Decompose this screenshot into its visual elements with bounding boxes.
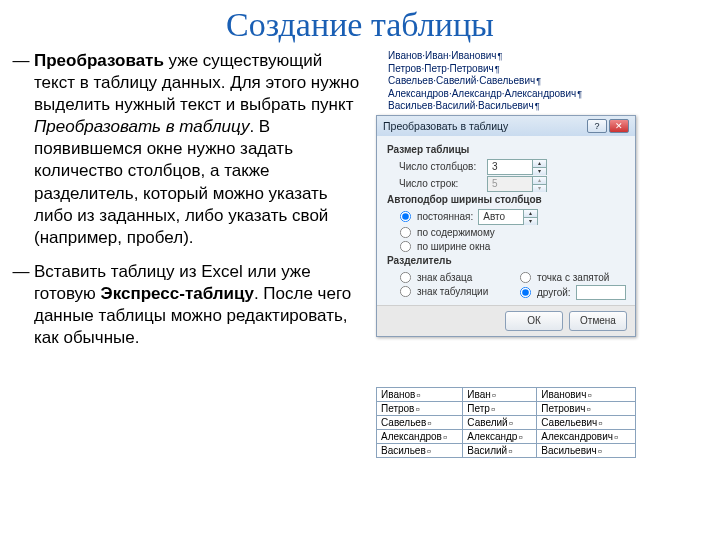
table-row: ВасильевВасилийВасильевич	[377, 443, 636, 457]
cancel-button[interactable]: Отмена	[569, 311, 627, 331]
rows-input: 5 ▴▾	[487, 176, 547, 192]
radio-window[interactable]: по ширине окна	[387, 240, 627, 253]
cols-label: Число столбцов:	[387, 161, 487, 172]
bullet-2: Вставить таблицу из Excel или уже готову…	[34, 261, 366, 349]
separator-group-label: Разделитель	[387, 255, 627, 266]
radio-window-input[interactable]	[400, 240, 411, 251]
spinner-icon[interactable]: ▴▾	[523, 210, 537, 224]
radio-semicolon-input[interactable]	[520, 271, 531, 282]
result-table: ИвановИванИванович ПетровПетрПетрович Са…	[376, 387, 636, 458]
fixed-width-input[interactable]: Авто ▴▾	[478, 209, 538, 225]
table-row: ИвановИванИванович	[377, 387, 636, 401]
radio-fixed-input[interactable]	[400, 211, 411, 222]
help-button[interactable]: ?	[587, 119, 607, 133]
dialog-titlebar: Преобразовать в таблицу ? ✕	[377, 116, 635, 136]
radio-semicolon[interactable]: точка с запятой	[507, 271, 627, 284]
page-title: Создание таблицы	[0, 6, 720, 44]
body-text: — Преобразовать уже существующий текст в…	[0, 50, 370, 458]
table-row: СавельевСавелийСавельевич	[377, 415, 636, 429]
radio-fixed[interactable]: постоянная: Авто ▴▾	[387, 209, 627, 225]
columns-input[interactable]: 3 ▴▾	[487, 159, 547, 175]
radio-tab[interactable]: знак табуляции	[387, 285, 507, 298]
spinner-icon: ▴▾	[532, 177, 546, 191]
dialog-title: Преобразовать в таблицу	[383, 120, 508, 132]
radio-content-input[interactable]	[400, 226, 411, 237]
bullet-dash: —	[8, 261, 34, 349]
spinner-icon[interactable]: ▴▾	[532, 160, 546, 174]
bullet-1: Преобразовать уже существующий текст в т…	[34, 50, 366, 249]
bullet-dash: —	[8, 50, 34, 249]
radio-content[interactable]: по содержимому	[387, 226, 627, 239]
close-button[interactable]: ✕	[609, 119, 629, 133]
size-group-label: Размер таблицы	[387, 144, 627, 155]
convert-to-table-dialog: Преобразовать в таблицу ? ✕ Размер табли…	[376, 115, 636, 337]
radio-other[interactable]: другой:	[507, 285, 627, 300]
radio-paragraph-input[interactable]	[400, 271, 411, 282]
table-row: ПетровПетрПетрович	[377, 401, 636, 415]
table-row: АлександровАлександрАлександрович	[377, 429, 636, 443]
radio-paragraph[interactable]: знак абзаца	[387, 271, 507, 284]
rows-label: Число строк:	[387, 178, 487, 189]
other-separator-input[interactable]	[576, 285, 626, 300]
ok-button[interactable]: ОК	[505, 311, 563, 331]
radio-other-input[interactable]	[520, 286, 531, 297]
autofit-group-label: Автоподбор ширины столбцов	[387, 194, 627, 205]
radio-tab-input[interactable]	[400, 285, 411, 296]
sample-names-block: Иванов·Иван·Иванович Петров·Петр·Петрови…	[376, 50, 700, 113]
